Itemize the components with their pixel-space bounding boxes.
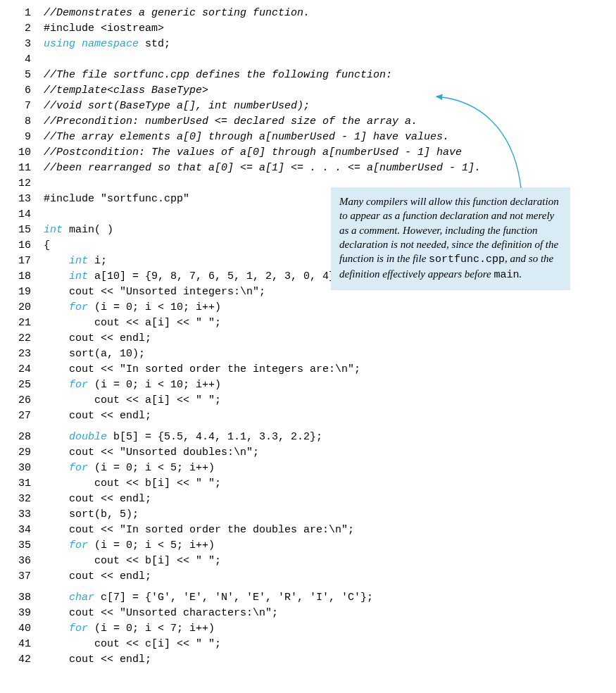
line-number: 4 — [7, 52, 44, 68]
line-number: 29 — [7, 445, 44, 461]
callout-mono-1: sortfunc.cpp — [429, 254, 505, 266]
code-line: 24 cout << "In sorted order the integers… — [7, 362, 609, 377]
code-content: cout << "In sorted order the doubles are… — [44, 523, 354, 538]
code-line: 29 cout << "Unsorted doubles:\n"; — [7, 445, 609, 461]
code-content: cout << a[i] << " "; — [44, 393, 221, 408]
code-content: #include "sortfunc.cpp" — [44, 192, 189, 207]
line-number: 17 — [7, 254, 44, 269]
code-content: for (i = 0; i < 10; i++) — [44, 300, 221, 316]
code-content: cout << "Unsorted characters:\n"; — [44, 606, 278, 621]
line-number: 7 — [7, 99, 44, 114]
code-line: 31 cout << b[i] << " "; — [7, 476, 609, 492]
code-line: 11//been rearranged so that a[0] <= a[1]… — [7, 161, 609, 176]
code-line: 1//Demonstrates a generic sorting functi… — [7, 6, 609, 21]
line-number: 26 — [7, 393, 44, 408]
code-content: int main( ) — [44, 223, 113, 238]
code-content: cout << "In sorted order the integers ar… — [44, 362, 360, 377]
code-content: using namespace std; — [44, 37, 170, 52]
code-content: cout << b[i] << " "; — [44, 554, 221, 569]
line-number: 24 — [7, 362, 44, 377]
line-number: 3 — [7, 37, 44, 52]
code-line: 28 double b[5] = {5.5, 4.4, 1.1, 3.3, 2.… — [7, 430, 609, 445]
callout-text-3: . — [519, 268, 522, 280]
code-content: for (i = 0; i < 5; i++) — [44, 538, 215, 554]
code-line: 42 cout << endl; — [7, 652, 609, 668]
code-line: 22 cout << endl; — [7, 331, 609, 346]
line-number: 2 — [7, 21, 44, 37]
line-number: 42 — [7, 652, 44, 668]
line-number: 28 — [7, 430, 44, 445]
code-line: 2#include <iostream> — [7, 21, 609, 37]
code-content: for (i = 0; i < 5; i++) — [44, 461, 215, 476]
code-content: cout << c[i] << " "; — [44, 637, 221, 652]
code-content: double b[5] = {5.5, 4.4, 1.1, 3.3, 2.2}; — [44, 430, 322, 445]
code-content: cout << endl; — [44, 408, 151, 424]
code-line: 6//template<class BaseType> — [7, 83, 609, 99]
line-number: 34 — [7, 523, 44, 538]
line-number: 38 — [7, 590, 44, 606]
code-content: sort(b, 5); — [44, 507, 139, 523]
code-content: //The file sortfunc.cpp defines the foll… — [44, 68, 392, 83]
code-content: cout << a[i] << " "; — [44, 316, 221, 331]
line-number: 27 — [7, 408, 44, 424]
code-listing: 1//Demonstrates a generic sorting functi… — [7, 6, 609, 668]
code-content: cout << "Unsorted integers:\n"; — [44, 285, 265, 300]
code-line: 3using namespace std; — [7, 37, 609, 52]
code-line: 27 cout << endl; — [7, 408, 609, 424]
line-number: 37 — [7, 569, 44, 585]
code-content: for (i = 0; i < 10; i++) — [44, 377, 221, 393]
code-content: #include <iostream> — [44, 21, 164, 37]
line-number: 35 — [7, 538, 44, 554]
line-number: 16 — [7, 238, 44, 254]
line-number: 19 — [7, 285, 44, 300]
code-content: { — [44, 238, 50, 254]
code-line: 32 cout << endl; — [7, 492, 609, 507]
code-line: 7//void sort(BaseType a[], int numberUse… — [7, 99, 609, 114]
code-line: 10//Postcondition: The values of a[0] th… — [7, 145, 609, 161]
code-content: int i; — [44, 254, 107, 269]
code-line: 9//The array elements a[0] through a[num… — [7, 130, 609, 145]
line-number: 23 — [7, 346, 44, 362]
code-line: 8//Precondition: numberUsed <= declared … — [7, 114, 609, 130]
line-number: 32 — [7, 492, 44, 507]
callout-mono-2: main — [494, 269, 519, 281]
code-line: 40 for (i = 0; i < 7; i++) — [7, 621, 609, 637]
line-number: 13 — [7, 192, 44, 207]
code-line: 37 cout << endl; — [7, 569, 609, 585]
code-line: 35 for (i = 0; i < 5; i++) — [7, 538, 609, 554]
line-number: 40 — [7, 621, 44, 637]
line-number: 25 — [7, 377, 44, 393]
line-number: 39 — [7, 606, 44, 621]
code-line: 36 cout << b[i] << " "; — [7, 554, 609, 569]
code-content: cout << endl; — [44, 652, 151, 668]
code-content: char c[7] = {'G', 'E', 'N', 'E', 'R', 'I… — [44, 590, 373, 606]
code-content: cout << b[i] << " "; — [44, 476, 221, 492]
line-number: 31 — [7, 476, 44, 492]
line-number: 8 — [7, 114, 44, 130]
code-line: 30 for (i = 0; i < 5; i++) — [7, 461, 609, 476]
line-number: 18 — [7, 269, 44, 285]
code-content: sort(a, 10); — [44, 346, 145, 362]
code-line: 25 for (i = 0; i < 10; i++) — [7, 377, 609, 393]
code-line: 5//The file sortfunc.cpp defines the fol… — [7, 68, 609, 83]
line-number: 12 — [7, 176, 44, 192]
line-number: 22 — [7, 331, 44, 346]
code-content: //been rearranged so that a[0] <= a[1] <… — [44, 161, 481, 176]
line-number: 11 — [7, 161, 44, 176]
line-number: 20 — [7, 300, 44, 316]
code-content: //Postcondition: The values of a[0] thro… — [44, 145, 462, 161]
line-number: 10 — [7, 145, 44, 161]
code-line: 33 sort(b, 5); — [7, 507, 609, 523]
line-number: 15 — [7, 223, 44, 238]
line-number: 36 — [7, 554, 44, 569]
code-line: 39 cout << "Unsorted characters:\n"; — [7, 606, 609, 621]
code-content: cout << endl; — [44, 569, 151, 585]
line-number: 41 — [7, 637, 44, 652]
code-content: cout << endl; — [44, 331, 151, 346]
code-content: cout << endl; — [44, 492, 151, 507]
code-line: 26 cout << a[i] << " "; — [7, 393, 609, 408]
code-line: 20 for (i = 0; i < 10; i++) — [7, 300, 609, 316]
code-line: 34 cout << "In sorted order the doubles … — [7, 523, 609, 538]
line-number: 14 — [7, 207, 44, 223]
line-number: 1 — [7, 6, 44, 21]
